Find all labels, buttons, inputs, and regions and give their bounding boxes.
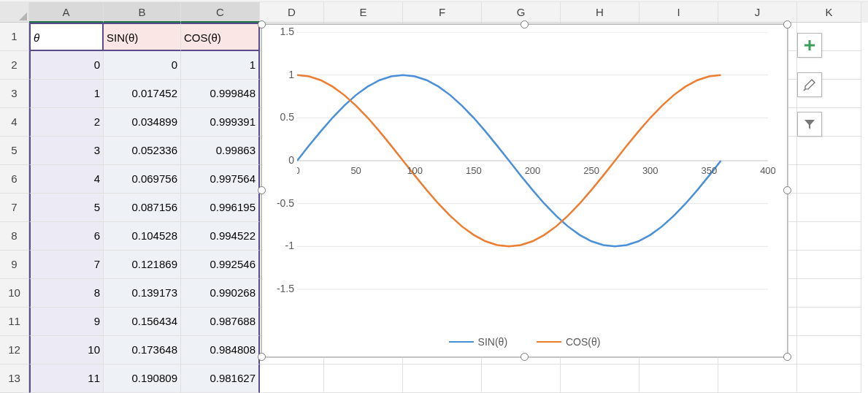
- cell-C1[interactable]: COS(θ): [181, 23, 260, 51]
- cell-K13[interactable]: [797, 365, 861, 393]
- cell-C10[interactable]: 0.990268: [181, 279, 260, 308]
- cell-B1[interactable]: SIN(θ): [104, 23, 181, 51]
- cell-C3[interactable]: 0.999848: [181, 80, 260, 108]
- cell-C5[interactable]: 0.99863: [181, 137, 260, 165]
- cell-D13[interactable]: [260, 365, 324, 393]
- chart-handle[interactable]: [783, 186, 791, 194]
- row-header-11[interactable]: 11: [0, 308, 29, 336]
- cell-B3[interactable]: 0.017452: [104, 80, 181, 108]
- svg-text:150: 150: [466, 165, 482, 176]
- row-header-1[interactable]: 1: [0, 23, 29, 51]
- chart-elements-button[interactable]: [797, 33, 822, 58]
- cell-I13[interactable]: [640, 365, 718, 393]
- chart-handle[interactable]: [783, 353, 791, 361]
- row-header-6[interactable]: 6: [0, 165, 29, 194]
- col-header-K[interactable]: K: [797, 2, 861, 23]
- cell-C8[interactable]: 0.994522: [181, 222, 260, 251]
- cell-A6[interactable]: 4: [29, 165, 104, 194]
- cell-B8[interactable]: 0.104528: [104, 222, 181, 251]
- cell-B4[interactable]: 0.034899: [104, 108, 181, 137]
- legend-item-cos[interactable]: COS(θ): [537, 336, 600, 348]
- cell-B7[interactable]: 0.087156: [104, 194, 181, 222]
- cell-F13[interactable]: [403, 365, 482, 393]
- cell-C7[interactable]: 0.996195: [181, 194, 260, 222]
- cell-K11[interactable]: [797, 308, 861, 336]
- cell-A1[interactable]: θ: [29, 23, 104, 51]
- col-header-A[interactable]: A: [29, 2, 104, 23]
- chart-handle[interactable]: [258, 353, 266, 361]
- svg-text:250: 250: [583, 165, 599, 176]
- select-all-corner[interactable]: [0, 2, 29, 23]
- cell-C4[interactable]: 0.999391: [181, 108, 260, 137]
- cell-C6[interactable]: 0.997564: [181, 165, 260, 194]
- svg-text:0: 0: [297, 165, 300, 176]
- col-header-G[interactable]: G: [482, 2, 561, 23]
- row-header-9[interactable]: 9: [0, 251, 29, 279]
- cell-A5[interactable]: 3: [29, 137, 104, 165]
- row-header-8[interactable]: 8: [0, 222, 29, 251]
- cell-B12[interactable]: 0.173648: [104, 336, 181, 365]
- row-header-10[interactable]: 10: [0, 279, 29, 308]
- cell-C12[interactable]: 0.984808: [181, 336, 260, 365]
- chart-legend[interactable]: SIN(θ) COS(θ): [262, 333, 787, 348]
- row-header-4[interactable]: 4: [0, 108, 29, 137]
- chart-handle[interactable]: [783, 20, 791, 28]
- cell-A4[interactable]: 2: [29, 108, 104, 137]
- cell-H13[interactable]: [561, 365, 640, 393]
- legend-item-sin[interactable]: SIN(θ): [449, 336, 507, 348]
- cell-K6[interactable]: [797, 165, 861, 194]
- cell-B11[interactable]: 0.156434: [104, 308, 181, 336]
- chart-filter-button[interactable]: [797, 112, 822, 137]
- cell-A9[interactable]: 7: [29, 251, 104, 279]
- cell-A3[interactable]: 1: [29, 80, 104, 108]
- cell-K12[interactable]: [797, 336, 861, 365]
- col-header-B[interactable]: B: [104, 2, 181, 23]
- chart-handle[interactable]: [258, 186, 266, 194]
- col-header-C[interactable]: C: [181, 2, 260, 23]
- cell-C13[interactable]: 0.981627: [181, 365, 260, 393]
- col-header-F[interactable]: F: [403, 2, 482, 23]
- cell-C2[interactable]: 1: [181, 51, 260, 80]
- cell-K10[interactable]: [797, 279, 861, 308]
- cell-A10[interactable]: 8: [29, 279, 104, 308]
- cell-K8[interactable]: [797, 222, 861, 251]
- row-header-7[interactable]: 7: [0, 194, 29, 222]
- cell-J13[interactable]: [718, 365, 797, 393]
- cell-B5[interactable]: 0.052336: [104, 137, 181, 165]
- cell-K9[interactable]: [797, 251, 861, 279]
- chart-handle[interactable]: [258, 20, 266, 28]
- cell-A2[interactable]: 0: [29, 51, 104, 80]
- col-header-J[interactable]: J: [718, 2, 797, 23]
- cell-E13[interactable]: [324, 365, 403, 393]
- row-header-13[interactable]: 13: [0, 365, 29, 393]
- chart-handle[interactable]: [521, 353, 529, 361]
- col-header-H[interactable]: H: [561, 2, 640, 23]
- cell-B9[interactable]: 0.121869: [104, 251, 181, 279]
- brush-icon: [802, 77, 817, 92]
- cell-B13[interactable]: 0.190809: [104, 365, 181, 393]
- cell-A12[interactable]: 10: [29, 336, 104, 365]
- chart-styles-button[interactable]: [797, 72, 822, 97]
- chart-object[interactable]: 050100150200250300350400 SIN(θ) COS(θ) -…: [261, 24, 788, 357]
- chart-plot-area[interactable]: 050100150200250300350400: [297, 32, 775, 310]
- cell-B2[interactable]: 0: [104, 51, 181, 80]
- cell-B10[interactable]: 0.139173: [104, 279, 181, 308]
- col-header-D[interactable]: D: [260, 2, 324, 23]
- chart-handle[interactable]: [521, 20, 529, 28]
- yaxis-tick-label: -0.5: [268, 197, 294, 209]
- cell-C11[interactable]: 0.987688: [181, 308, 260, 336]
- cell-K7[interactable]: [797, 194, 861, 222]
- cell-A8[interactable]: 6: [29, 222, 104, 251]
- cell-G13[interactable]: [482, 365, 561, 393]
- cell-A13[interactable]: 11: [29, 365, 104, 393]
- row-header-5[interactable]: 5: [0, 137, 29, 165]
- cell-B6[interactable]: 0.069756: [104, 165, 181, 194]
- row-header-2[interactable]: 2: [0, 51, 29, 80]
- row-header-3[interactable]: 3: [0, 80, 29, 108]
- cell-A7[interactable]: 5: [29, 194, 104, 222]
- col-header-I[interactable]: I: [640, 2, 718, 23]
- cell-A11[interactable]: 9: [29, 308, 104, 336]
- row-header-12[interactable]: 12: [0, 336, 29, 365]
- col-header-E[interactable]: E: [324, 2, 403, 23]
- cell-C9[interactable]: 0.992546: [181, 251, 260, 279]
